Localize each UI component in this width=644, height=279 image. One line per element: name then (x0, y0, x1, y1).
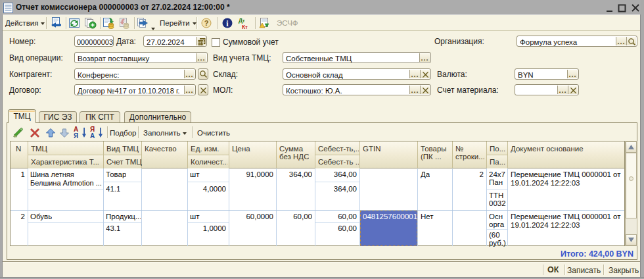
svg-text:?: ? (204, 19, 209, 27)
